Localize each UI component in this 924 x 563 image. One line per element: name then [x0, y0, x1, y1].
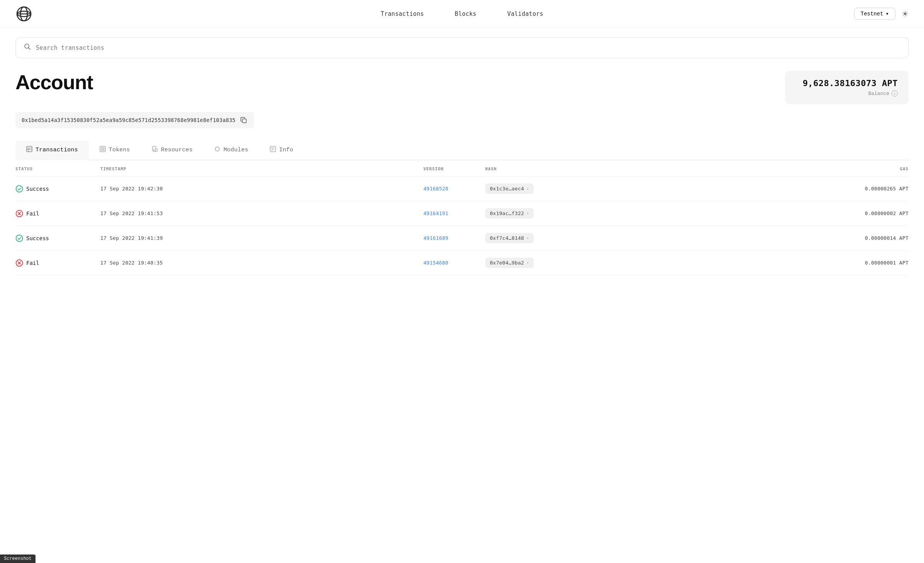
svg-line-5: [29, 48, 30, 50]
chevron-right-icon: ›: [526, 236, 529, 241]
success-icon: [15, 234, 23, 242]
gas-cell: 0.00000265 APT: [586, 186, 909, 192]
status-cell: Fail: [15, 259, 100, 267]
balance-amount: 9,628.38163073 APT: [796, 78, 898, 88]
svg-point-21: [16, 185, 23, 192]
gas-cell: 0.00000001 APT: [586, 260, 909, 266]
chevron-right-icon: ›: [526, 211, 529, 216]
tab-transactions-label: Transactions: [36, 147, 78, 153]
search-input[interactable]: [36, 44, 900, 51]
tab-modules-label: Modules: [223, 147, 248, 153]
hash-value: 0x19ac…f322: [490, 210, 524, 216]
info-icon: [270, 146, 276, 154]
sun-icon: ☀: [902, 9, 909, 19]
tab-info-label: Info: [279, 147, 293, 153]
account-header: Account 9,628.38163073 APT Balance i: [15, 71, 909, 104]
col-status: STATUS: [15, 166, 100, 171]
network-selector[interactable]: Testnet ▾: [854, 8, 895, 20]
status-label: Success: [26, 235, 49, 241]
table-row: Success 17 Sep 2022 19:41:39 49161689 0x…: [15, 226, 909, 251]
account-address: 0x1bed5a14a3f15350830f52a5ea9a59c85e571d…: [22, 117, 235, 123]
hash-value: 0x1c3e…aec4: [490, 186, 524, 192]
version-cell[interactable]: 49164191: [423, 210, 485, 216]
tabs: Transactions Tokens Resourc: [15, 141, 909, 160]
tab-info[interactable]: Info: [259, 141, 304, 160]
status-cell: Success: [15, 234, 100, 242]
status-label: Fail: [26, 210, 39, 217]
address-bar: 0x1bed5a14a3f15350830f52a5ea9a59c85e571d…: [15, 112, 254, 128]
col-hash: HASH: [485, 166, 586, 171]
copy-address-button[interactable]: [239, 116, 248, 124]
chevron-right-icon: ›: [526, 260, 529, 265]
tab-transactions[interactable]: Transactions: [15, 141, 89, 160]
resources-icon: [152, 146, 158, 154]
hash-badge[interactable]: 0xf7c4…8148 ›: [485, 233, 534, 243]
page-title: Account: [15, 71, 93, 94]
fail-icon: [15, 210, 23, 217]
balance-card: 9,628.38163073 APT Balance i: [785, 71, 909, 104]
tab-modules[interactable]: Modules: [203, 141, 259, 160]
chevron-right-icon: ›: [526, 186, 529, 191]
hash-value: 0xf7c4…8148: [490, 235, 524, 241]
table-row: Success 17 Sep 2022 19:42:30 49168528 0x…: [15, 176, 909, 201]
svg-rect-7: [27, 146, 32, 152]
timestamp-cell: 17 Sep 2022 19:41:39: [100, 235, 423, 241]
table-row: Fail 17 Sep 2022 19:40:35 49154680 0x7e0…: [15, 251, 909, 275]
screenshot-label: Screenshot: [0, 555, 36, 563]
table-row: Fail 17 Sep 2022 19:41:53 49164191 0x19a…: [15, 201, 909, 226]
hash-badge[interactable]: 0x7e04…9ba2 ›: [485, 258, 534, 268]
svg-rect-6: [242, 119, 246, 123]
network-label: Testnet: [861, 11, 883, 17]
svg-rect-14: [101, 149, 102, 151]
nav-blocks[interactable]: Blocks: [455, 10, 476, 17]
table-icon: [26, 146, 32, 154]
gas-cell: 0.00000002 APT: [586, 210, 909, 216]
main-content: Account 9,628.38163073 APT Balance i 0x1…: [0, 58, 924, 275]
col-gas: GAS: [586, 166, 909, 171]
hash-cell: 0x1c3e…aec4 ›: [485, 183, 586, 194]
col-timestamp: TIMESTAMP: [100, 166, 423, 171]
col-version: VERSION: [423, 166, 485, 171]
version-cell[interactable]: 49168528: [423, 186, 485, 192]
nav-transactions[interactable]: Transactions: [381, 10, 424, 17]
status-cell: Success: [15, 185, 100, 193]
hash-badge[interactable]: 0x19ac…f322 ›: [485, 208, 534, 219]
search-bar: [15, 37, 909, 58]
tab-tokens[interactable]: Tokens: [89, 141, 141, 160]
tab-resources[interactable]: Resources: [141, 141, 203, 160]
tab-tokens-label: Tokens: [109, 147, 130, 153]
hash-value: 0x7e04…9ba2: [490, 260, 524, 266]
status-label: Success: [26, 186, 49, 192]
theme-toggle-button[interactable]: ☀: [902, 9, 909, 19]
hash-cell: 0x7e04…9ba2 ›: [485, 258, 586, 268]
svg-rect-13: [103, 148, 104, 149]
logo[interactable]: [15, 5, 32, 22]
timestamp-cell: 17 Sep 2022 19:42:30: [100, 186, 423, 192]
fail-icon: [15, 259, 23, 267]
hash-badge[interactable]: 0x1c3e…aec4 ›: [485, 183, 534, 194]
info-icon: i: [892, 90, 898, 97]
status-cell: Fail: [15, 210, 100, 217]
nav-validators[interactable]: Validators: [507, 10, 543, 17]
success-icon: [15, 185, 23, 193]
header: Transactions Blocks Validators Testnet ▾…: [0, 0, 924, 28]
header-right: Testnet ▾ ☀: [854, 8, 909, 20]
search-icon: [24, 43, 31, 53]
main-nav: Transactions Blocks Validators: [381, 10, 543, 17]
svg-rect-16: [152, 146, 156, 151]
gas-cell: 0.00000014 APT: [586, 235, 909, 241]
tokens-icon: [100, 146, 106, 154]
timestamp-cell: 17 Sep 2022 19:41:53: [100, 210, 423, 216]
version-cell[interactable]: 49161689: [423, 235, 485, 241]
hash-cell: 0xf7c4…8148 ›: [485, 233, 586, 243]
timestamp-cell: 17 Sep 2022 19:40:35: [100, 260, 423, 266]
version-cell[interactable]: 49154680: [423, 260, 485, 266]
table-body: Success 17 Sep 2022 19:42:30 49168528 0x…: [15, 176, 909, 275]
svg-rect-12: [101, 148, 102, 149]
balance-label-text: Balance: [868, 91, 889, 97]
modules-icon: [214, 146, 220, 154]
svg-rect-15: [103, 149, 104, 151]
hash-cell: 0x19ac…f322 ›: [485, 208, 586, 219]
table-header: STATUS TIMESTAMP VERSION HASH GAS: [15, 160, 909, 176]
svg-point-25: [16, 235, 23, 241]
